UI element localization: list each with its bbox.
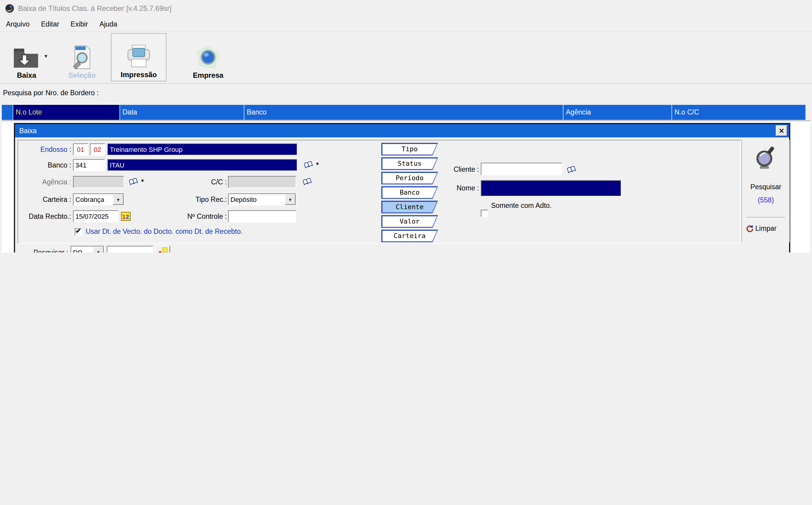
menu-exibir[interactable]: Exibir [71,20,88,27]
lote-header-data[interactable]: Data [120,105,244,120]
quick-search-type-value: DP [73,248,93,252]
svg-text:1: 1 [122,214,125,220]
menu-arquivo[interactable]: Arquivo [6,20,29,27]
lote-header-indicator[interactable] [2,105,13,120]
tipo-rec-combo-arrow-icon[interactable]: ▼ [285,194,296,205]
banco-name-field: ITAU [107,159,298,171]
flashlight-icon [157,247,168,252]
carteira-combo-arrow-icon[interactable]: ▼ [113,194,124,205]
agencia-lookup-book-icon[interactable] [128,177,139,186]
panel-divider [747,217,785,218]
filter-tab-cliente[interactable]: Cliente [381,201,438,213]
agencia-required-asterisk: * [141,178,144,185]
company-icon [196,45,221,70]
window-titlebar: Baixa de Títulos Ctas. à Receber [v.4.25… [0,0,812,16]
somente-adto-checkbox[interactable] [481,210,488,217]
banco-lookup-book-icon[interactable] [303,160,314,169]
usar-dt-checkbox[interactable] [75,228,82,235]
pesquisar-label[interactable]: Pesquisar [742,183,790,190]
toolbar: ▼ Baixa Seleção Impressão [0,31,812,84]
form-panel: Endosso : 01 02 Treinamento SHP Group Ba… [17,140,741,243]
tipo-rec-combo[interactable]: Depósito ▼ [228,193,296,205]
endosso-field-1[interactable]: 01 [73,143,88,156]
impressao-button[interactable]: Impressão [111,33,166,81]
impressao-button-label: Impressão [121,70,157,79]
filter-tab-tipo[interactable]: Tipo [381,143,438,156]
endosso-field-2[interactable]: 02 [90,143,105,156]
controle-field[interactable] [228,210,296,222]
selecao-button[interactable]: Seleção [54,33,110,81]
filter-tab-label: Tipo [382,144,437,155]
filter-tab-label: Banco [382,187,437,198]
pesquisar-magnifier-icon[interactable] [755,146,777,170]
bordero-search-row: Pesquisa por Nro. de Bordero : [0,83,812,103]
menu-ajuda[interactable]: Ajuda [100,20,117,27]
quick-search-label: Pesquisar : [15,246,68,252]
usar-dt-checkbox-label: Usar Dt. de Vecto. do Docto. como Dt. de… [86,228,242,235]
cliente-filter-label: Cliente : [440,163,479,175]
endosso-label: Endosso : [18,143,71,156]
baixa-dropdown-arrow[interactable]: ▼ [43,54,48,59]
limpar-button[interactable]: Limpar [745,223,788,234]
filter-tab-status[interactable]: Status [381,157,438,170]
endosso-name-field: Treinamento SHP Group [107,143,298,156]
baixa-button[interactable]: ▼ Baixa [1,33,52,81]
menu-editar[interactable]: Editar [41,20,59,27]
filter-tab-carteira[interactable]: Carteira [381,229,438,242]
quick-search-input[interactable] [107,246,153,252]
agencia-field [73,176,124,188]
download-folder-icon [13,46,40,70]
cc-lookup-book-icon[interactable] [302,177,313,186]
printer-icon [125,44,152,69]
cliente-lookup-book-icon[interactable] [566,165,577,174]
nome-filter-label: Nome : [440,182,479,194]
carteira-combo-value: Cobrança [76,196,113,203]
quick-search-combo-arrow-icon[interactable]: ▼ [93,246,104,252]
limpar-refresh-icon [745,224,753,232]
application-window: Baixa de Títulos Ctas. à Receber [v.4.25… [0,0,812,252]
filter-tab-banco[interactable]: Banco [381,186,438,199]
tipo-rec-label: Tipo Rec.: [175,193,227,205]
carteira-label: Carteira : [18,193,71,205]
agencia-label: Agência : [18,176,71,188]
cliente-filter-input[interactable] [481,163,562,175]
quick-search-button[interactable] [155,245,170,252]
cc-field [228,176,296,188]
filter-tab-label: Valor [382,216,437,227]
quick-search-type-combo[interactable]: DP ▼ [71,246,104,252]
dialog-titlebar[interactable]: Baixa ✕ [15,124,789,137]
limpar-label: Limpar [755,225,777,232]
banco-code-field[interactable]: 341 [73,159,105,171]
carteira-combo[interactable]: Cobrança ▼ [73,193,124,205]
bordero-search-label: Pesquisa por Nro. de Bordero : [3,89,99,97]
somente-adto-label: Somente com Adto. [491,202,552,209]
filter-tab-perodo[interactable]: Período [381,172,438,184]
lote-header-ag-ncia[interactable]: Agência [564,105,672,120]
window-title: Baixa de Títulos Ctas. à Receber [v.4.25… [18,4,171,12]
calendar-icon[interactable]: 1 2 [121,211,131,221]
document-magnifier-icon [70,45,94,70]
menu-bar: ArquivoEditarExibirAjuda [0,16,812,31]
lote-header-banco[interactable]: Banco [244,105,564,120]
lote-list-header: N.o LoteDataBancoAgênciaN.o C/C [2,105,806,120]
banco-required-asterisk: * [316,161,319,168]
lote-header-n-o-c-c[interactable]: N.o C/C [672,105,806,120]
controle-label: Nº Controle : [175,210,227,222]
close-icon[interactable]: ✕ [776,125,787,136]
pesquisar-count: (558) [742,196,790,204]
filter-tab-label: Cliente [382,202,437,212]
baixa-dialog: Baixa ✕ Endosso : 01 02 Treinamento SHP … [14,123,790,252]
baixa-button-label: Baixa [17,71,36,79]
filter-tab-valor[interactable]: Valor [381,215,438,228]
empresa-button-label: Empresa [193,71,223,79]
banco-label: Banco : [18,159,71,171]
cc-label: C/C : [175,176,227,188]
nome-filter-field [481,180,621,196]
lote-header-n-o-lote[interactable]: N.o Lote [13,105,120,120]
app-icon [5,3,14,13]
search-panel: Pesquisar (558) Limpar [741,140,790,242]
filter-tab-label: Carteira [382,230,437,241]
empresa-button[interactable]: Empresa [175,33,241,81]
selecao-button-label: Seleção [69,71,96,79]
data-recbto-field[interactable]: 15/07/2025 [73,210,118,222]
